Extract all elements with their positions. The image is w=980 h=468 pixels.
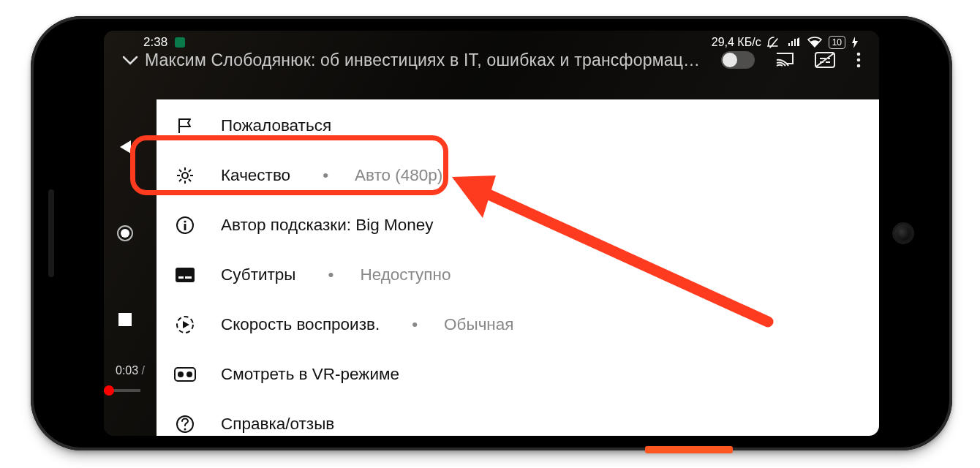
menu-speed-value: Обычная	[444, 315, 513, 334]
info-icon	[174, 216, 196, 235]
menu-speed-label: Скорость воспроизв.	[221, 315, 380, 334]
menu-quality-value: Авто (480p)	[355, 166, 442, 185]
charging-icon	[851, 37, 859, 48]
menu-captions[interactable]: Субтитры • Недоступно	[157, 250, 879, 300]
gear-icon	[174, 166, 196, 185]
menu-report-label: Пожаловаться	[221, 116, 331, 135]
android-nav-bar	[104, 31, 146, 436]
vr-icon	[174, 367, 196, 382]
do-not-disturb-icon	[767, 37, 780, 48]
wifi-icon	[807, 37, 823, 48]
menu-captions-label: Субтитры	[221, 265, 296, 284]
svg-rect-8	[184, 224, 186, 230]
nav-recents-button[interactable]	[118, 313, 132, 326]
menu-quality-label: Качество	[221, 166, 290, 185]
play-icon	[728, 56, 733, 64]
svg-point-15	[186, 371, 192, 377]
menu-playback-speed[interactable]: Скорость воспроизв. • Обычная	[157, 300, 879, 350]
captions-toggle-icon[interactable]	[815, 52, 835, 68]
svg-line-1	[816, 53, 834, 67]
menu-quality[interactable]: Качество • Авто (480p)	[157, 151, 879, 200]
menu-report[interactable]: Пожаловаться	[157, 101, 879, 151]
svg-point-7	[184, 220, 186, 222]
svg-rect-10	[178, 276, 184, 279]
flag-icon	[174, 116, 196, 135]
battery-indicator: 10	[829, 36, 845, 49]
menu-cards-author[interactable]: Автор подсказки: Big Money	[157, 200, 879, 250]
menu-help-feedback[interactable]: Справка/отзыв	[157, 399, 879, 436]
playback-speed-icon	[174, 314, 196, 335]
status-time: 2:38	[143, 35, 167, 50]
status-bar: 2:38 29,4 КБ/с 10	[104, 31, 879, 54]
svg-point-14	[178, 371, 184, 377]
screen: 2:38 29,4 КБ/с 10 Максим Слободянюк: об …	[104, 31, 879, 436]
status-notification-icon	[175, 37, 185, 48]
status-network-speed: 29,4 КБ/с	[712, 36, 761, 49]
menu-captions-value: Недоступно	[360, 265, 451, 284]
svg-point-17	[184, 429, 186, 431]
svg-point-3	[857, 58, 861, 62]
phone-speaker	[48, 189, 54, 277]
svg-point-5	[182, 173, 188, 178]
phone-frame: 2:38 29,4 КБ/с 10 Максим Слободянюк: об …	[31, 16, 952, 450]
menu-vr[interactable]: Смотреть в VR-режиме	[157, 350, 879, 399]
help-icon	[174, 415, 196, 434]
nav-back-button[interactable]	[120, 140, 131, 154]
svg-point-4	[857, 64, 861, 68]
signal-icon	[786, 37, 801, 48]
menu-cards-label: Автор подсказки: Big Money	[221, 216, 434, 235]
captions-icon	[174, 267, 196, 283]
menu-vr-label: Смотреть в VR-режиме	[221, 365, 399, 384]
nav-home-button[interactable]	[117, 225, 133, 241]
menu-help-label: Справка/отзыв	[221, 415, 334, 434]
svg-rect-9	[176, 268, 195, 282]
player-options-sheet: Пожаловаться Качество • Авто (480p) Авто…	[157, 99, 879, 436]
svg-rect-11	[185, 276, 192, 279]
phone-power-accent	[645, 446, 733, 453]
phone-camera	[894, 224, 912, 242]
